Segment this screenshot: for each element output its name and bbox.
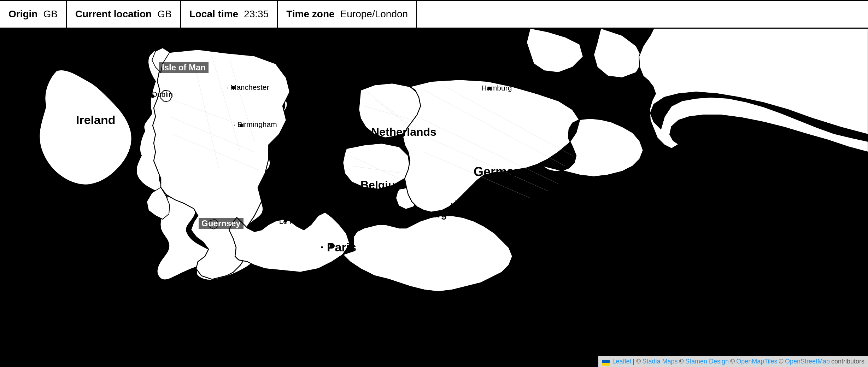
timezone-label: Time zone <box>286 8 334 20</box>
attr-separator-5: contributors <box>831 358 864 365</box>
time-value: 23:35 <box>244 8 269 20</box>
location-cell: Current location GB <box>67 1 181 28</box>
origin-cell: Origin GB <box>0 1 67 28</box>
frankfurt-dot <box>457 200 461 204</box>
london-dot <box>280 155 285 160</box>
openmaptiles-link[interactable]: OpenMapTiles <box>736 358 777 365</box>
timezone-value: Europe/London <box>340 8 408 20</box>
attr-separator-1: | © <box>633 358 641 365</box>
map-container[interactable]: Isle of Man Ireland · Dublin · Mancheste… <box>0 28 868 367</box>
ukraine-flag-icon <box>602 357 611 366</box>
attr-separator-3: © <box>730 358 735 365</box>
le-havre-dot <box>284 219 287 223</box>
location-value: GB <box>157 8 171 20</box>
stamen-link[interactable]: Stamen Design <box>685 358 729 365</box>
timezone-cell: Time zone Europe/London <box>278 1 417 28</box>
stadia-link[interactable]: Stadia Maps <box>643 358 678 365</box>
leaflet-link[interactable]: Leaflet <box>612 358 632 365</box>
time-cell: Local time 23:35 <box>181 1 278 28</box>
attr-separator-4: © <box>779 358 784 365</box>
info-bar: Origin GB Current location GB Local time… <box>0 0 868 28</box>
paris-dot <box>330 243 335 248</box>
map-svg <box>0 28 868 367</box>
attribution: Leaflet | © Stadia Maps © Stamen Design … <box>598 356 868 367</box>
attr-separator-2: © <box>679 358 684 365</box>
dublin-dot <box>151 94 154 98</box>
origin-value: GB <box>43 8 57 20</box>
location-label: Current location <box>75 8 152 20</box>
manchester-dot <box>231 86 235 89</box>
osm-link[interactable]: OpenStreetMap <box>785 358 830 365</box>
time-label: Local time <box>189 8 238 20</box>
origin-label: Origin <box>8 8 37 20</box>
hamburg-dot <box>488 87 491 90</box>
